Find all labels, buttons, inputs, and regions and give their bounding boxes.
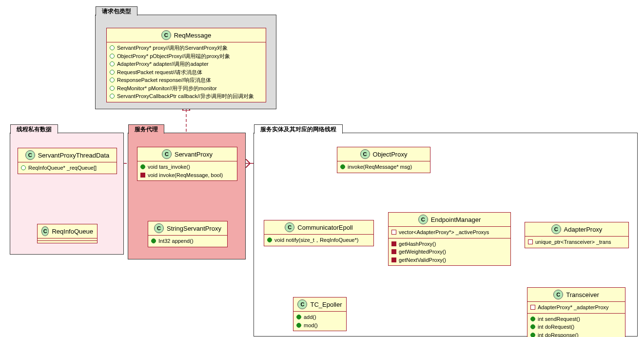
class-icon: C — [360, 149, 370, 159]
class-icon: C — [41, 226, 49, 236]
package-servant-proxy: 服务代理 CServantProxy void tars_invoke() vo… — [128, 133, 246, 259]
uml-diagram: 请求包类型 CReqMessage ServantProxy* proxy//调… — [0, 0, 644, 337]
class-transceiver: CTransceiver AdapterProxy* _adapterProxy… — [527, 287, 625, 337]
class-icon: C — [418, 215, 428, 224]
class-communicatorepoll: CCommunicatorEpoll void notify(size_t，Re… — [264, 220, 374, 246]
class-icon: C — [161, 30, 171, 40]
package-tab: 请求包类型 — [96, 6, 137, 16]
package-tab: 服务代理 — [128, 124, 164, 134]
package-request-type: 请求包类型 CReqMessage ServantProxy* proxy//调… — [95, 15, 276, 109]
class-icon: C — [25, 150, 35, 160]
package-thread-data: 线程私有数据 CServantProxyThreadData ReqInfoQu… — [10, 133, 124, 255]
package-tab: 服务实体及其对应的网络线程 — [254, 124, 343, 134]
class-endpointmanager: CEndpointManager vector<AdapterProxy*> _… — [388, 212, 511, 266]
class-adapterproxy: CAdapterProxy unique_ptr<Transceiver> _t… — [525, 222, 629, 248]
package-tab: 线程私有数据 — [10, 124, 58, 134]
class-icon: C — [551, 224, 561, 234]
class-icon: C — [154, 223, 164, 233]
class-tc-epoller: CTC_Epoller add() mod() — [293, 297, 347, 331]
class-servantproxy: CServantProxy void tars_invoke() void in… — [137, 147, 237, 181]
class-icon: C — [297, 299, 307, 309]
package-entity: 服务实体及其对应的网络线程 CObjectProxy invoke(ReqMes… — [254, 133, 638, 337]
class-icon: C — [285, 222, 294, 232]
class-icon: C — [162, 149, 172, 159]
class-icon: C — [553, 290, 563, 299]
class-servantproxythreaddata: CServantProxyThreadData ReqInfoQueue* _r… — [18, 148, 117, 174]
class-objectproxy: CObjectProxy invoke(ReqMessage* msg) — [337, 147, 430, 173]
class-reqinfoqueue: CReqInfoQueue — [37, 224, 98, 243]
class-stringservantproxy: CStringServantProxy Int32 append() — [148, 221, 228, 247]
class-reqmessage: CReqMessage ServantProxy* proxy//调用的Serv… — [106, 28, 266, 102]
